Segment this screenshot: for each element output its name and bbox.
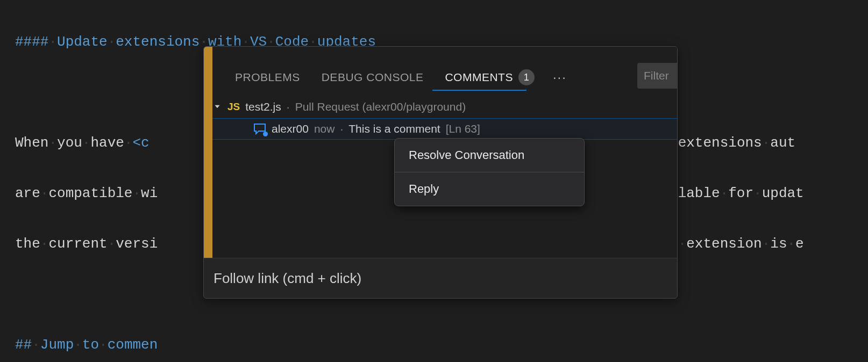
comment-author: alexr00 [272,122,309,135]
heading-marker: ## [15,337,32,353]
active-tab-underline [432,90,527,91]
context-menu: Resolve Conversation Reply [394,138,585,206]
comment-time: now [314,122,335,135]
comments-filter-input[interactable]: Filter [637,63,677,89]
hover-hint: Follow link (cmd + click) [214,270,361,287]
chevron-down-icon [212,102,222,112]
filter-placeholder: Filter [644,69,669,82]
file-name: test2.js [245,100,281,113]
tab-problems[interactable]: PROBLEMS [235,71,300,84]
menu-item-reply[interactable]: Reply [395,172,584,206]
tab-comments-label: COMMENTS [445,71,513,84]
panel-tabs: PROBLEMS DEBUG CONSOLE COMMENTS 1 ··· [235,69,567,85]
tab-overflow-icon[interactable]: ··· [553,70,567,85]
hover-image-preview: PROBLEMS DEBUG CONSOLE COMMENTS 1 ··· Fi… [204,47,677,258]
tab-comments[interactable]: COMMENTS 1 [445,69,535,85]
js-file-icon: JS [227,101,240,113]
separator-dot: · [287,100,290,113]
heading-text: Jump·to·commen [40,337,158,353]
comment-icon [253,123,266,135]
menu-item-resolve[interactable]: Resolve Conversation [395,139,584,172]
editor-line: ##·Jump·to·commen [15,332,868,358]
editor-hover: PROBLEMS DEBUG CONSOLE COMMENTS 1 ··· Fi… [203,46,678,299]
comment-text: This is a comment [348,122,440,135]
tab-debug-console[interactable]: DEBUG CONSOLE [322,71,424,84]
comments-count-badge: 1 [518,69,535,85]
comment-line: [Ln 63] [446,122,480,135]
unread-dot-icon [263,132,268,136]
modified-indicator [204,47,212,258]
comment-file-row[interactable]: JS test2.js · Pull Request (alexr00/play… [212,100,466,113]
comment-row[interactable]: alexr00 now · This is a comment [Ln 63] [212,118,677,140]
separator-dot: · [340,122,343,135]
hover-footer: Follow link (cmd + click) [204,258,677,298]
heading-marker: #### [15,34,48,50]
file-subtitle: Pull Request (alexr00/playground) [295,100,466,113]
